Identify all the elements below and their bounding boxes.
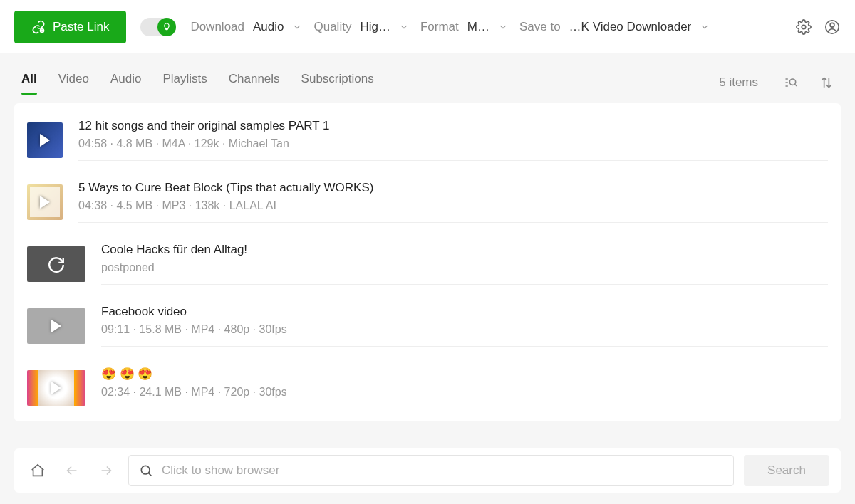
home-icon bbox=[30, 463, 46, 478]
items-count: 5 items bbox=[719, 75, 758, 90]
paste-link-button[interactable]: Paste Link bbox=[14, 11, 126, 43]
browser-address-input[interactable]: Click to show browser bbox=[128, 455, 734, 486]
forward-button[interactable] bbox=[94, 458, 118, 483]
thumbnail bbox=[27, 184, 63, 220]
home-button[interactable] bbox=[26, 458, 50, 483]
quality-label: Quality bbox=[314, 20, 351, 34]
format-value: M… bbox=[467, 20, 489, 34]
paste-link-label: Paste Link bbox=[53, 20, 109, 34]
link-icon bbox=[31, 20, 46, 34]
browser-bar: Click to show browser Search bbox=[14, 448, 841, 493]
play-icon bbox=[40, 196, 50, 209]
item-status: postponed bbox=[101, 261, 828, 274]
top-toolbar: Paste Link Download Audio Quality Hig… F… bbox=[0, 0, 855, 53]
tab-all[interactable]: All bbox=[21, 72, 37, 93]
user-icon bbox=[824, 19, 840, 35]
arrow-left-icon bbox=[64, 463, 80, 478]
browser-placeholder: Click to show browser bbox=[162, 463, 279, 478]
thumbnail bbox=[27, 122, 63, 158]
settings-button[interactable] bbox=[795, 19, 812, 36]
svg-point-4 bbox=[789, 79, 795, 85]
item-title: 5 Ways to Cure Beat Block (Tips that act… bbox=[78, 181, 828, 195]
chevron-down-icon bbox=[292, 22, 302, 32]
search-icon bbox=[139, 463, 153, 478]
item-meta: 04:584.8 MBM4A129kMichael Tan bbox=[78, 137, 828, 150]
list-search-icon[interactable] bbox=[784, 75, 798, 90]
item-meta: 04:384.5 MBMP3138kLALAL AI bbox=[78, 199, 828, 212]
list-item[interactable]: 😍 😍 😍 02:3424.1 MBMP4720p30fps bbox=[14, 357, 841, 419]
tab-subscriptions[interactable]: Subscriptions bbox=[301, 72, 374, 93]
smart-mode-toggle[interactable] bbox=[140, 18, 176, 36]
item-title: Coole Hacks für den Alltag! bbox=[101, 243, 828, 257]
chevron-down-icon bbox=[498, 22, 508, 32]
download-type-selector[interactable]: Download Audio bbox=[190, 20, 302, 34]
filter-tabs: All Video Audio Playlists Channels Subsc… bbox=[0, 53, 855, 103]
arrow-right-icon bbox=[98, 463, 114, 478]
format-label: Format bbox=[420, 20, 459, 34]
tab-playlists[interactable]: Playlists bbox=[162, 72, 207, 93]
tab-channels[interactable]: Channels bbox=[229, 72, 280, 93]
tab-video[interactable]: Video bbox=[58, 72, 89, 93]
play-icon bbox=[40, 134, 50, 147]
chevron-down-icon bbox=[399, 22, 409, 32]
account-button[interactable] bbox=[824, 19, 841, 36]
save-location-selector[interactable]: Save to …K Video Downloader bbox=[519, 20, 710, 34]
svg-point-1 bbox=[802, 25, 806, 29]
list-item[interactable]: 12 hit songs and their original samples … bbox=[14, 106, 841, 171]
item-meta: 09:1115.8 MBMP4480p30fps bbox=[101, 323, 828, 336]
play-icon bbox=[51, 320, 61, 332]
downloads-list: 12 hit songs and their original samples … bbox=[14, 103, 841, 421]
play-icon bbox=[51, 382, 61, 394]
thumbnail bbox=[27, 308, 86, 344]
back-button[interactable] bbox=[60, 458, 84, 483]
format-selector[interactable]: Format M… bbox=[420, 20, 508, 34]
gear-icon bbox=[796, 19, 812, 35]
sort-icon[interactable] bbox=[819, 75, 834, 90]
svg-point-3 bbox=[830, 23, 834, 27]
list-item[interactable]: Coole Hacks für den Alltag! postponed bbox=[14, 233, 841, 295]
chevron-down-icon bbox=[700, 22, 710, 32]
quality-value: Hig… bbox=[360, 20, 390, 34]
download-label: Download bbox=[190, 20, 244, 34]
quality-selector[interactable]: Quality Hig… bbox=[314, 20, 408, 34]
item-meta: 02:3424.1 MBMP4720p30fps bbox=[101, 386, 828, 399]
item-title: Facebook video bbox=[101, 305, 828, 319]
item-title: 12 hit songs and their original samples … bbox=[78, 119, 828, 133]
thumbnail-retry[interactable] bbox=[27, 246, 86, 282]
retry-icon bbox=[47, 255, 66, 273]
list-item[interactable]: Facebook video 09:1115.8 MBMP4480p30fps bbox=[14, 295, 841, 357]
save-label: Save to bbox=[519, 20, 561, 34]
item-title: 😍 😍 😍 bbox=[101, 367, 828, 382]
download-value: Audio bbox=[253, 20, 284, 34]
tab-audio[interactable]: Audio bbox=[110, 72, 141, 93]
thumbnail bbox=[27, 370, 86, 406]
save-value: …K Video Downloader bbox=[569, 20, 692, 34]
lightbulb-icon bbox=[162, 22, 172, 32]
list-item[interactable]: 5 Ways to Cure Beat Block (Tips that act… bbox=[14, 171, 841, 233]
svg-point-5 bbox=[141, 466, 150, 474]
search-button[interactable]: Search bbox=[744, 455, 829, 486]
